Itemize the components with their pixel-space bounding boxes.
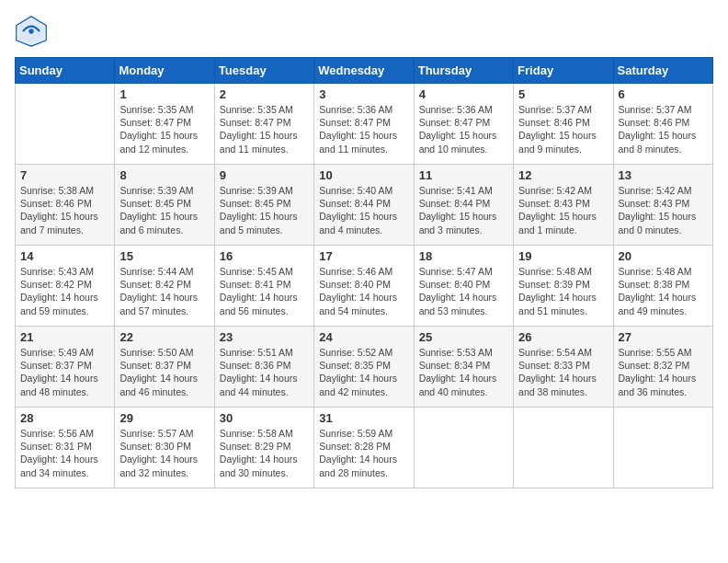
cell-info: Sunrise: 5:53 AM Sunset: 8:34 PM Dayligh… <box>419 346 508 398</box>
calendar-cell <box>414 408 513 488</box>
calendar-cell: 2Sunrise: 5:35 AM Sunset: 8:47 PM Daylig… <box>214 84 313 165</box>
cell-info: Sunrise: 5:42 AM Sunset: 8:43 PM Dayligh… <box>619 184 708 236</box>
weekday-header: Tuesday <box>214 58 313 84</box>
cell-info: Sunrise: 5:37 AM Sunset: 8:46 PM Dayligh… <box>518 103 608 155</box>
calendar-cell: 1Sunrise: 5:35 AM Sunset: 8:47 PM Daylig… <box>115 84 214 165</box>
weekday-header: Wednesday <box>314 58 414 84</box>
calendar-cell: 15Sunrise: 5:44 AM Sunset: 8:42 PM Dayli… <box>115 246 214 327</box>
calendar-cell: 20Sunrise: 5:48 AM Sunset: 8:38 PM Dayli… <box>613 246 712 327</box>
day-number: 21 <box>20 330 109 344</box>
day-number: 13 <box>619 168 708 182</box>
cell-info: Sunrise: 5:49 AM Sunset: 8:37 PM Dayligh… <box>20 346 109 398</box>
calendar-cell: 21Sunrise: 5:49 AM Sunset: 8:37 PM Dayli… <box>16 327 115 408</box>
calendar-cell: 7Sunrise: 5:38 AM Sunset: 8:46 PM Daylig… <box>16 165 115 246</box>
calendar-cell: 17Sunrise: 5:46 AM Sunset: 8:40 PM Dayli… <box>314 246 414 327</box>
cell-info: Sunrise: 5:35 AM Sunset: 8:47 PM Dayligh… <box>119 103 209 155</box>
cell-info: Sunrise: 5:41 AM Sunset: 8:44 PM Dayligh… <box>419 184 508 236</box>
calendar-cell: 29Sunrise: 5:57 AM Sunset: 8:30 PM Dayli… <box>115 408 214 488</box>
day-number: 26 <box>518 330 608 344</box>
calendar-row: 14Sunrise: 5:43 AM Sunset: 8:42 PM Dayli… <box>16 246 713 327</box>
calendar-cell: 16Sunrise: 5:45 AM Sunset: 8:41 PM Dayli… <box>214 246 313 327</box>
calendar-cell: 19Sunrise: 5:48 AM Sunset: 8:39 PM Dayli… <box>514 246 613 327</box>
cell-info: Sunrise: 5:45 AM Sunset: 8:41 PM Dayligh… <box>220 265 309 317</box>
calendar-table: SundayMondayTuesdayWednesdayThursdayFrid… <box>15 57 713 488</box>
cell-info: Sunrise: 5:51 AM Sunset: 8:36 PM Dayligh… <box>220 346 309 398</box>
calendar-header: SundayMondayTuesdayWednesdayThursdayFrid… <box>16 58 713 84</box>
cell-info: Sunrise: 5:46 AM Sunset: 8:40 PM Dayligh… <box>319 265 408 317</box>
cell-info: Sunrise: 5:36 AM Sunset: 8:47 PM Dayligh… <box>319 103 408 155</box>
calendar-row: 28Sunrise: 5:56 AM Sunset: 8:31 PM Dayli… <box>16 408 713 488</box>
cell-info: Sunrise: 5:38 AM Sunset: 8:46 PM Dayligh… <box>20 184 109 236</box>
day-number: 24 <box>319 330 408 344</box>
calendar-cell: 22Sunrise: 5:50 AM Sunset: 8:37 PM Dayli… <box>115 327 214 408</box>
day-number: 20 <box>619 249 708 263</box>
calendar-row: 7Sunrise: 5:38 AM Sunset: 8:46 PM Daylig… <box>16 165 713 246</box>
day-number: 31 <box>319 411 408 425</box>
day-number: 25 <box>419 330 508 344</box>
weekday-header: Thursday <box>414 58 513 84</box>
svg-point-2 <box>28 29 33 33</box>
cell-info: Sunrise: 5:54 AM Sunset: 8:33 PM Dayligh… <box>518 346 608 398</box>
day-number: 15 <box>119 249 209 263</box>
day-number: 23 <box>220 330 309 344</box>
cell-info: Sunrise: 5:44 AM Sunset: 8:42 PM Dayligh… <box>119 265 209 317</box>
day-number: 17 <box>319 249 408 263</box>
cell-info: Sunrise: 5:36 AM Sunset: 8:47 PM Dayligh… <box>419 103 508 155</box>
cell-info: Sunrise: 5:37 AM Sunset: 8:46 PM Dayligh… <box>619 103 708 155</box>
day-number: 3 <box>319 87 408 101</box>
day-number: 14 <box>20 249 109 263</box>
calendar-cell: 8Sunrise: 5:39 AM Sunset: 8:45 PM Daylig… <box>115 165 214 246</box>
cell-info: Sunrise: 5:35 AM Sunset: 8:47 PM Dayligh… <box>220 103 309 155</box>
day-number: 7 <box>20 168 109 182</box>
cell-info: Sunrise: 5:42 AM Sunset: 8:43 PM Dayligh… <box>518 184 608 236</box>
cell-info: Sunrise: 5:57 AM Sunset: 8:30 PM Dayligh… <box>119 427 209 479</box>
calendar-cell: 25Sunrise: 5:53 AM Sunset: 8:34 PM Dayli… <box>414 327 513 408</box>
cell-info: Sunrise: 5:48 AM Sunset: 8:38 PM Dayligh… <box>619 265 708 317</box>
cell-info: Sunrise: 5:39 AM Sunset: 8:45 PM Dayligh… <box>119 184 209 236</box>
cell-info: Sunrise: 5:48 AM Sunset: 8:39 PM Dayligh… <box>518 265 608 317</box>
logo <box>15 15 51 48</box>
calendar-row: 21Sunrise: 5:49 AM Sunset: 8:37 PM Dayli… <box>16 327 713 408</box>
cell-info: Sunrise: 5:56 AM Sunset: 8:31 PM Dayligh… <box>20 427 109 479</box>
calendar-cell: 3Sunrise: 5:36 AM Sunset: 8:47 PM Daylig… <box>314 84 414 165</box>
day-number: 27 <box>619 330 708 344</box>
day-number: 9 <box>220 168 309 182</box>
cell-info: Sunrise: 5:40 AM Sunset: 8:44 PM Dayligh… <box>319 184 408 236</box>
calendar-cell: 31Sunrise: 5:59 AM Sunset: 8:28 PM Dayli… <box>314 408 414 488</box>
calendar-cell: 12Sunrise: 5:42 AM Sunset: 8:43 PM Dayli… <box>514 165 613 246</box>
calendar-cell: 6Sunrise: 5:37 AM Sunset: 8:46 PM Daylig… <box>613 84 712 165</box>
day-number: 16 <box>220 249 309 263</box>
cell-info: Sunrise: 5:52 AM Sunset: 8:35 PM Dayligh… <box>319 346 408 398</box>
day-number: 8 <box>119 168 209 182</box>
cell-info: Sunrise: 5:47 AM Sunset: 8:40 PM Dayligh… <box>419 265 508 317</box>
day-number: 1 <box>119 87 209 101</box>
day-number: 30 <box>220 411 309 425</box>
day-number: 4 <box>419 87 508 101</box>
calendar-cell: 26Sunrise: 5:54 AM Sunset: 8:33 PM Dayli… <box>514 327 613 408</box>
day-number: 18 <box>419 249 508 263</box>
calendar-cell: 11Sunrise: 5:41 AM Sunset: 8:44 PM Dayli… <box>414 165 513 246</box>
cell-info: Sunrise: 5:59 AM Sunset: 8:28 PM Dayligh… <box>319 427 408 479</box>
day-number: 10 <box>319 168 408 182</box>
day-number: 29 <box>119 411 209 425</box>
calendar-cell: 9Sunrise: 5:39 AM Sunset: 8:45 PM Daylig… <box>214 165 313 246</box>
calendar-cell: 28Sunrise: 5:56 AM Sunset: 8:31 PM Dayli… <box>16 408 115 488</box>
calendar-row: 1Sunrise: 5:35 AM Sunset: 8:47 PM Daylig… <box>16 84 713 165</box>
calendar-cell: 13Sunrise: 5:42 AM Sunset: 8:43 PM Dayli… <box>613 165 712 246</box>
day-number: 28 <box>20 411 109 425</box>
calendar-cell: 5Sunrise: 5:37 AM Sunset: 8:46 PM Daylig… <box>514 84 613 165</box>
calendar-cell: 18Sunrise: 5:47 AM Sunset: 8:40 PM Dayli… <box>414 246 513 327</box>
calendar-cell: 23Sunrise: 5:51 AM Sunset: 8:36 PM Dayli… <box>214 327 313 408</box>
cell-info: Sunrise: 5:43 AM Sunset: 8:42 PM Dayligh… <box>20 265 109 317</box>
page-header <box>15 15 713 48</box>
weekday-header: Saturday <box>613 58 712 84</box>
calendar-cell: 4Sunrise: 5:36 AM Sunset: 8:47 PM Daylig… <box>414 84 513 165</box>
weekday-header: Monday <box>115 58 214 84</box>
calendar-cell: 30Sunrise: 5:58 AM Sunset: 8:29 PM Dayli… <box>214 408 313 488</box>
calendar-cell <box>613 408 712 488</box>
calendar-cell: 27Sunrise: 5:55 AM Sunset: 8:32 PM Dayli… <box>613 327 712 408</box>
cell-info: Sunrise: 5:58 AM Sunset: 8:29 PM Dayligh… <box>220 427 309 479</box>
calendar-cell <box>514 408 613 488</box>
calendar-cell <box>16 84 115 165</box>
cell-info: Sunrise: 5:55 AM Sunset: 8:32 PM Dayligh… <box>619 346 708 398</box>
